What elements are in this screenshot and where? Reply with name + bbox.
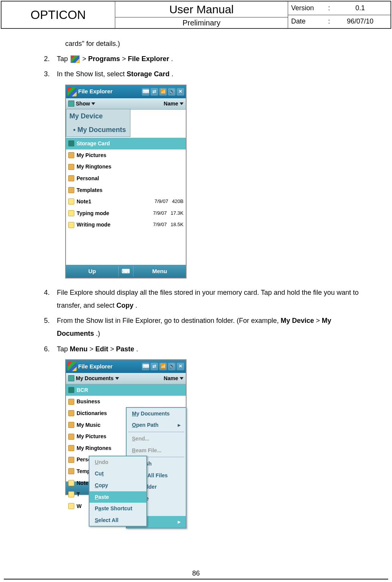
folder-icon (68, 410, 74, 416)
footer-line (4, 579, 388, 580)
file-item[interactable]: Business (66, 396, 186, 407)
step-2: 2. Tap > Programs > File Explorer . (42, 52, 362, 65)
folder-icon (68, 152, 74, 158)
folder-icon (68, 457, 74, 463)
file-item[interactable]: Storage Card (66, 138, 186, 149)
menu-item[interactable]: Cut (89, 468, 146, 480)
note-icon (68, 222, 74, 228)
file-item[interactable]: Note17/9/07420B (66, 196, 186, 208)
chevron-down-icon[interactable] (91, 102, 95, 105)
folder-icon (68, 445, 74, 451)
wm-bottombar: Up ⌨ Menu (66, 265, 186, 278)
connectivity-icon[interactable]: ⇄ (151, 88, 158, 96)
file-item[interactable]: Typing mode7/9/0717.3K (66, 208, 186, 219)
page-number: 86 (0, 569, 392, 577)
menu-item[interactable]: Paste Shortcut (89, 503, 146, 514)
keyboard-icon[interactable]: ⌨ (142, 363, 149, 370)
screenshot-1: File Explorer ⌨ ⇄ 📶 🔊 ✕ Show Name My D (65, 85, 187, 278)
note-icon (68, 210, 74, 216)
menu-item[interactable]: Copy (89, 480, 146, 491)
header-center: User Manual Preliminary (115, 2, 288, 28)
menu-item[interactable]: My Documents (127, 408, 186, 420)
file-list: BCRBusinessDictionariesMy MusicMy Pictur… (66, 384, 186, 481)
file-item[interactable]: BCR (66, 384, 186, 396)
device-icon (68, 375, 74, 381)
edit-context-menu[interactable]: UndoCutCopyPastePaste ShortcutSelect All (89, 456, 147, 527)
softkey-up[interactable]: Up (66, 266, 118, 277)
close-icon[interactable]: ✕ (177, 363, 184, 370)
keyboard-icon[interactable]: ⌨ (142, 88, 149, 96)
step-6: 6. Tap Menu > Edit > Paste . (42, 343, 362, 355)
close-icon[interactable]: ✕ (177, 88, 184, 96)
folder-icon (68, 422, 74, 428)
softkey-menu[interactable]: Menu (133, 266, 186, 277)
step-3: 3. In the Show list, select Storage Card… (42, 68, 362, 80)
file-item[interactable]: My Ringtones (66, 161, 186, 173)
sort-dropdown[interactable]: Name (164, 373, 178, 384)
menu-item: Undo (89, 456, 146, 468)
menu-item[interactable]: Paste (89, 491, 146, 503)
signal-icon[interactable]: 📶 (159, 88, 167, 96)
sd-icon (68, 140, 74, 146)
version-value: 0.1 (333, 4, 387, 12)
page-header: OPTICON User Manual Preliminary Version … (1, 1, 391, 29)
company-name: OPTICON (2, 2, 115, 28)
folder-icon (68, 399, 74, 405)
sound-icon[interactable]: 🔊 (168, 363, 176, 370)
file-item[interactable]: My Pictures (66, 149, 186, 161)
windows-logo-icon (71, 55, 80, 63)
version-label: Version (291, 4, 325, 12)
wm-titlebar: File Explorer ⌨ ⇄ 📶 🔊 ✕ (66, 360, 186, 373)
chevron-down-icon[interactable] (180, 377, 183, 380)
device-icon (68, 101, 74, 107)
start-icon[interactable] (67, 87, 77, 96)
wm-subbar: My Documents Name (66, 373, 186, 384)
file-item[interactable]: Personal (66, 173, 186, 184)
folder-icon (68, 164, 74, 170)
folder-icon (68, 175, 74, 181)
start-icon[interactable] (67, 362, 77, 371)
step-5: 5. From the Show list in File Explorer, … (42, 314, 362, 340)
screenshot-2: File Explorer ⌨ ⇄ 📶 🔊 ✕ My Documents Nam… (65, 359, 187, 495)
note-icon (68, 198, 74, 204)
show-dropdown[interactable]: Show (76, 99, 90, 109)
menu-item: Beam File... (127, 445, 186, 456)
show-dropdown[interactable]: My Documents (76, 373, 114, 384)
date-value: 96/07/10 (333, 17, 387, 25)
connectivity-icon[interactable]: ⇄ (151, 363, 158, 370)
sip-icon[interactable]: ⌨ (118, 266, 133, 277)
menu-item[interactable]: Select All (89, 514, 146, 526)
folder-icon (68, 468, 74, 474)
folder-icon (68, 187, 74, 193)
file-item[interactable]: Templates (66, 184, 186, 196)
note-icon (68, 480, 74, 486)
show-dropdown-menu[interactable]: My Device • My Documents (66, 109, 130, 137)
header-meta: Version : 0.1 Date : 96/07/10 (288, 2, 390, 28)
signal-icon[interactable]: 📶 (159, 363, 167, 370)
content: cards" for details.) 2. Tap > Programs >… (0, 30, 392, 495)
dropdown-item[interactable]: • My Documents (66, 123, 130, 137)
sd-icon (68, 387, 74, 393)
folder-icon (68, 434, 74, 440)
menu-item: Send... (127, 433, 186, 445)
chevron-down-icon[interactable] (180, 102, 183, 105)
continued-text: cards" for details.) (42, 37, 362, 50)
dropdown-item[interactable]: My Device (66, 109, 130, 123)
wm-titlebar: File Explorer ⌨ ⇄ 📶 🔊 ✕ (66, 85, 186, 98)
date-label: Date (291, 17, 325, 25)
doc-subtitle: Preliminary (115, 17, 288, 28)
note-icon (68, 491, 74, 497)
sort-dropdown[interactable]: Name (164, 99, 178, 109)
step-4: 4. File Explore should display all the f… (42, 286, 362, 312)
doc-title: User Manual (115, 2, 288, 17)
app-title: File Explorer (78, 86, 140, 97)
note-icon (68, 503, 74, 509)
app-title: File Explorer (78, 361, 140, 372)
sound-icon[interactable]: 🔊 (168, 88, 176, 96)
menu-item[interactable]: Open Path (127, 419, 186, 431)
chevron-down-icon[interactable] (115, 377, 119, 380)
wm-subbar: Show Name (66, 98, 186, 110)
file-item[interactable]: Writing mode7/9/0718.5K (66, 219, 186, 231)
